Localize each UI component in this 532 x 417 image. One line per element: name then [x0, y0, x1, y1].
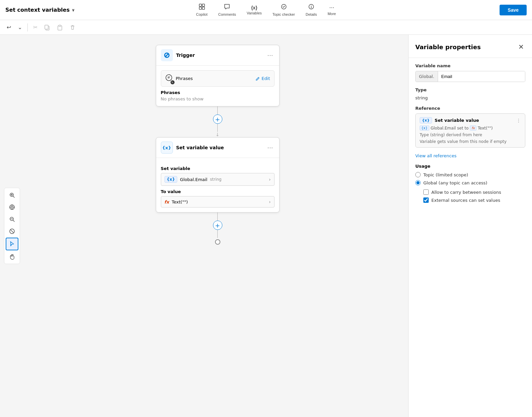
to-value-label: To value: [161, 189, 275, 194]
usage-title: Usage: [415, 164, 525, 169]
edit-toolbar: ↩ ⌄ ✂: [0, 20, 532, 35]
left-toolbar: [4, 188, 20, 264]
svg-rect-11: [59, 25, 61, 26]
trigger-body: ✎ Phrases Edit Phrases No phrases to sho…: [156, 66, 279, 106]
set-variable-menu-button[interactable]: ···: [266, 143, 274, 153]
copilot-label: Copilot: [196, 12, 207, 16]
comments-label: Comments: [218, 12, 236, 16]
radio-global-input[interactable]: [415, 180, 421, 185]
topbar-right: Save: [500, 5, 527, 15]
ref-detail: {x} Global.Email set to fx Text(""): [420, 126, 521, 131]
variable-select-row[interactable]: {x} Global.Email string ›: [161, 173, 275, 186]
ref-card-menu[interactable]: ⋮: [516, 118, 521, 123]
arrow-down-1: ↓: [216, 132, 220, 137]
panel-body: Variable name Global. Type string Refere…: [409, 58, 532, 417]
svg-point-16: [11, 206, 13, 208]
svg-rect-9: [45, 25, 48, 29]
copy-button[interactable]: [41, 22, 53, 32]
checkbox-carry-sessions[interactable]: Allow to carry between sessions: [423, 189, 525, 195]
var-arrow-icon: ›: [269, 177, 271, 182]
connector-line-2b: [217, 230, 218, 238]
hand-button[interactable]: [6, 251, 18, 262]
radio-global-label: Global (any topic can access): [423, 180, 487, 185]
add-node-button-2[interactable]: +: [213, 221, 222, 230]
ref-badge: {x}: [420, 117, 432, 123]
var-name-prefix: Global.: [416, 71, 438, 82]
zoom-in-button[interactable]: [6, 189, 18, 201]
view-all-references-link[interactable]: View all references: [415, 153, 456, 158]
nav-topic-checker[interactable]: Topic checker: [268, 2, 300, 18]
phrases-sub-card: ✎ Phrases Edit: [161, 70, 275, 87]
usage-radio-group: Topic (limited scope) Global (any topic …: [415, 172, 525, 185]
reference-section: Reference {x} Set variable value ⋮ {x} G…: [415, 106, 525, 158]
nav-comments[interactable]: Comments: [214, 2, 241, 18]
variables-icon: {x}: [251, 5, 257, 10]
nav-more[interactable]: ··· More: [323, 3, 341, 17]
more-icon: ···: [329, 4, 334, 11]
radio-topic-label: Topic (limited scope): [423, 172, 468, 177]
canvas-area[interactable]: Trigger ··· ✎ Phrases Edit: [0, 35, 408, 417]
no-fit-button[interactable]: [6, 226, 18, 237]
phrases-sub-label: Phrases: [176, 76, 252, 81]
panel-title: Variable properties: [415, 44, 481, 51]
center-button[interactable]: [6, 201, 18, 213]
redo-button[interactable]: ⌄: [15, 22, 25, 32]
svg-line-26: [11, 230, 13, 233]
topic-checker-label: Topic checker: [273, 12, 295, 16]
var-name-label: Variable name: [415, 63, 525, 68]
set-variable-body: Set variable {x} Global.Email string › T…: [156, 158, 279, 212]
undo-button[interactable]: ↩: [4, 22, 14, 32]
nav-variables[interactable]: {x} Variables: [242, 4, 267, 16]
carry-sessions-checkbox[interactable]: [423, 189, 429, 195]
trigger-menu-button[interactable]: ···: [266, 51, 274, 60]
save-button[interactable]: Save: [500, 5, 527, 15]
set-variable-node: {x} Set variable value ··· Set variable …: [156, 137, 280, 213]
ref-var-name: Global.Email: [431, 126, 456, 131]
paste-button[interactable]: [54, 22, 66, 32]
close-panel-button[interactable]: ✕: [517, 41, 525, 52]
ref-card-title: Set variable value: [435, 118, 514, 123]
external-sources-label: External sources can set values: [431, 198, 500, 203]
cut-button[interactable]: ✂: [30, 22, 40, 32]
phrases-badge: ✎: [171, 80, 175, 84]
edit-link[interactable]: Edit: [255, 76, 270, 81]
fx-value-row[interactable]: fx Text("") ›: [161, 196, 275, 207]
reference-card: {x} Set variable value ⋮ {x} Global.Emai…: [415, 113, 525, 148]
phrases-section: Phrases No phrases to show: [161, 90, 275, 101]
end-node: [215, 239, 220, 245]
nav-details[interactable]: Details: [301, 2, 322, 18]
fx-badge: fx: [165, 199, 169, 204]
variable-name-field: Global.: [415, 71, 525, 82]
carry-sessions-label: Allow to carry between sessions: [431, 190, 501, 195]
svg-point-7: [311, 5, 312, 6]
main-area: Trigger ··· ✎ Phrases Edit: [0, 35, 532, 417]
ref-description-1: Type (string) derived from here: [420, 133, 521, 137]
svg-line-13: [13, 196, 14, 197]
var-name-input[interactable]: [438, 71, 525, 82]
trigger-node-header: Trigger ···: [156, 45, 279, 66]
radio-global[interactable]: Global (any topic can access): [415, 180, 525, 185]
delete-button[interactable]: [67, 22, 78, 32]
set-variable-header: {x} Set variable value ···: [156, 138, 279, 158]
type-label: Type: [415, 87, 525, 92]
ref-set-to: set to: [457, 126, 468, 131]
type-section: Type string: [415, 87, 525, 100]
add-node-button-1[interactable]: +: [213, 114, 222, 124]
usage-section: Usage Topic (limited scope) Global (any …: [415, 164, 525, 203]
edit-label: Edit: [261, 76, 270, 81]
radio-topic-input[interactable]: [415, 172, 421, 177]
phrases-icon: ✎: [165, 74, 173, 83]
zoom-out-button[interactable]: [6, 214, 18, 225]
checkbox-group: Allow to carry between sessions External…: [423, 189, 525, 203]
details-icon: [308, 3, 315, 12]
nav-copilot[interactable]: Copilot: [191, 2, 212, 18]
set-variable-title: Set variable value: [176, 145, 263, 150]
select-button[interactable]: [6, 238, 18, 250]
checkbox-external-sources[interactable]: External sources can set values: [423, 197, 525, 203]
external-sources-checkbox[interactable]: [423, 197, 429, 203]
page-title[interactable]: Set context variables ∨: [5, 7, 75, 13]
connector-1: + ↓: [213, 106, 222, 137]
svg-rect-0: [199, 4, 201, 6]
radio-topic[interactable]: Topic (limited scope): [415, 172, 525, 177]
svg-rect-1: [202, 4, 204, 6]
